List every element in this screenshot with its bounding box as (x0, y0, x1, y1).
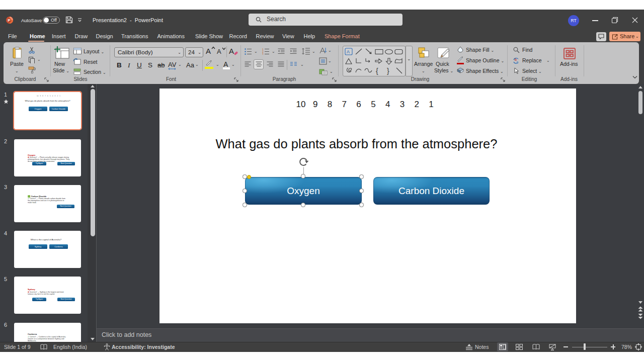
svg-text:P: P (8, 18, 11, 23)
